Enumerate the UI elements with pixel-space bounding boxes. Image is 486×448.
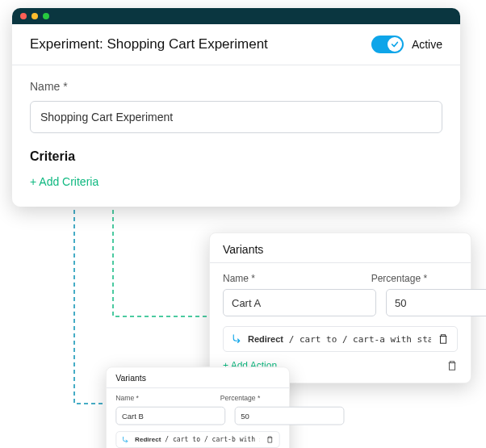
redirect-icon (122, 436, 129, 443)
redirect-action-row: Redirect / cart to / cart-b with status:… (115, 431, 279, 448)
redirect-action-row: Redirect / cart to / cart-a with status:… (223, 326, 458, 352)
redirect-icon (232, 334, 241, 344)
variant-name-input[interactable] (115, 407, 225, 425)
redirect-text: Redirect / cart to / cart-b with status:… (135, 436, 260, 444)
active-label: Active (412, 38, 442, 51)
variant-card-a: Variants Name * Percentage * Redirect / … (209, 232, 471, 383)
window-titlebar (12, 8, 460, 24)
page-title: Experiment: Shopping Cart Experiment (30, 36, 268, 52)
redirect-text: Redirect / cart to / cart-a with status:… (248, 334, 431, 345)
variant-pct-input[interactable] (235, 407, 345, 425)
name-label: Name * (30, 80, 442, 93)
variant-name-label: Name * (115, 395, 211, 403)
experiment-card: Experiment: Shopping Cart Experiment Act… (12, 8, 460, 207)
card-body: Name * Criteria + Add Criteria (12, 65, 460, 207)
variant-name-input[interactable] (223, 289, 376, 316)
variant-pct-label: Percentage * (371, 273, 458, 284)
check-icon (391, 40, 399, 48)
trash-icon[interactable] (438, 333, 449, 345)
card-header: Experiment: Shopping Cart Experiment Act… (12, 24, 460, 65)
add-criteria-button[interactable]: + Add Criteria (30, 175, 98, 188)
variant-name-label: Name * (223, 273, 362, 284)
variant-pct-label: Percentage * (220, 395, 280, 403)
trash-icon[interactable] (266, 436, 274, 444)
active-toggle[interactable] (371, 36, 404, 53)
toggle-knob (388, 37, 402, 52)
close-icon[interactable] (20, 13, 27, 19)
experiment-name-input[interactable] (30, 101, 442, 133)
variant-pct-input[interactable] (386, 289, 486, 316)
variants-title: Variants (210, 233, 471, 263)
criteria-heading: Criteria (30, 149, 442, 164)
delete-variant-icon[interactable] (446, 360, 458, 371)
minimize-icon[interactable] (31, 13, 38, 19)
variants-title: Variants (107, 367, 289, 388)
maximize-icon[interactable] (43, 13, 49, 19)
variant-card-b: Variants Name * Percentage * Redirect / … (106, 366, 290, 448)
